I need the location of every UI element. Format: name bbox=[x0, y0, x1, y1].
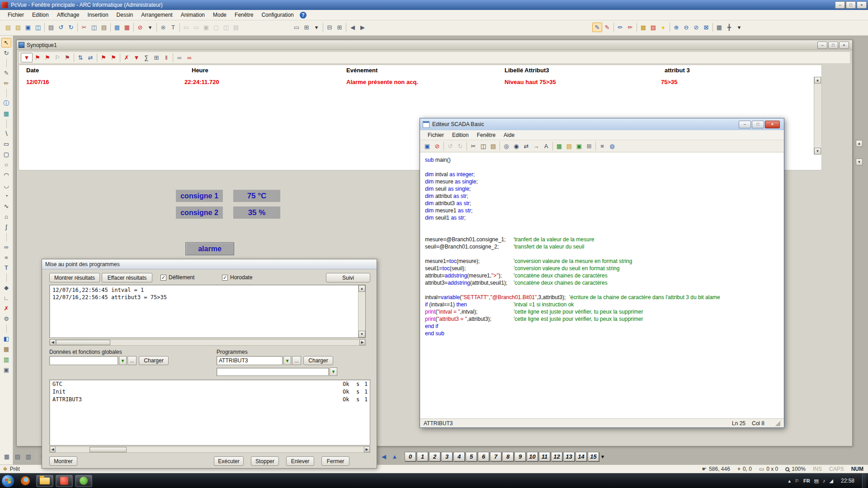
menu-fenêtre[interactable]: Fenêtre bbox=[231, 10, 257, 19]
bezier-icon[interactable]: ∫ bbox=[1, 222, 11, 232]
show-results-button[interactable]: Montrer résultats bbox=[49, 273, 100, 282]
rotate-icon[interactable]: ↻ bbox=[1, 48, 11, 58]
polygon-icon[interactable]: ⌂ bbox=[1, 212, 11, 221]
alarm-column-header[interactable]: Heure bbox=[192, 67, 208, 74]
mdi-scroll-down-icon[interactable]: ▼ bbox=[856, 159, 863, 165]
debug-dialog-titlebar[interactable]: Mise au point des programmes bbox=[42, 259, 377, 269]
pause-icon[interactable]: ‖ bbox=[161, 53, 171, 62]
pie-icon[interactable]: ◔ bbox=[1, 191, 11, 201]
assoc-window-button-14[interactable]: 14 bbox=[576, 452, 587, 461]
list-scroll-left-icon[interactable]: ◀ bbox=[50, 446, 56, 452]
clear-results-button[interactable]: Effacer résultats bbox=[102, 273, 152, 282]
menu-insertion[interactable]: Insertion bbox=[84, 10, 113, 19]
find-icon[interactable]: ◎ bbox=[501, 141, 511, 151]
language-indicator[interactable]: FR bbox=[803, 478, 810, 483]
synoptique-titlebar[interactable]: Synoptique1 – □ × bbox=[17, 40, 852, 50]
assoc-window-button-0[interactable]: 0 bbox=[405, 452, 416, 461]
menu-arrangement[interactable]: Arrangement bbox=[137, 10, 176, 19]
save-all-icon[interactable]: ◫ bbox=[33, 23, 43, 32]
show-button[interactable]: Montrer bbox=[49, 456, 77, 466]
program-input[interactable]: ATTRIBUT3 bbox=[217, 356, 283, 365]
grid-small-icon[interactable]: ▤ bbox=[13, 452, 23, 461]
assoc-window-button-6[interactable]: 6 bbox=[478, 452, 489, 461]
zoom-100-icon[interactable]: ⊠ bbox=[701, 23, 711, 32]
open-project-icon[interactable]: ▧ bbox=[13, 23, 23, 32]
mdi-scroll-up-icon[interactable]: ▲ bbox=[856, 140, 863, 147]
select-cursor-icon[interactable]: ↖ bbox=[1, 38, 11, 47]
close-button[interactable]: × bbox=[857, 1, 867, 9]
colors-icon[interactable]: ▨ bbox=[648, 23, 658, 32]
font-icon[interactable]: A bbox=[541, 141, 551, 151]
pan-up-icon[interactable]: ▲ bbox=[390, 452, 400, 461]
menu-mode[interactable]: Mode bbox=[209, 10, 231, 19]
list-hscroll-thumb[interactable] bbox=[90, 447, 127, 452]
program-list-hscrollbar[interactable]: ◀ ▶ bbox=[49, 446, 370, 453]
globals-browse-button[interactable]: ... bbox=[127, 356, 137, 365]
redo-icon[interactable]: ↻ bbox=[66, 23, 76, 32]
tree-icon[interactable]: ⊞ bbox=[335, 23, 344, 32]
editor-menu-fenêtre[interactable]: Fenêtre bbox=[473, 131, 500, 140]
program-list-row[interactable]: InitOks1 bbox=[50, 388, 370, 395]
workspace-icon[interactable]: ▦ bbox=[112, 23, 122, 32]
delete-icon[interactable]: ✗ bbox=[1, 304, 11, 313]
unack-icon[interactable]: ⚐ bbox=[52, 53, 62, 62]
close-dialog-button[interactable]: Fermer bbox=[321, 456, 349, 466]
list-scroll-right-icon[interactable]: ▶ bbox=[364, 446, 370, 452]
polyline-icon[interactable]: ∿ bbox=[1, 202, 11, 211]
menu-affichage[interactable]: Affichage bbox=[53, 10, 84, 19]
draw-pen-icon[interactable]: ✎ bbox=[592, 23, 602, 32]
gear-icon[interactable]: ⚙ bbox=[1, 314, 11, 324]
pan-left-icon[interactable]: ◀ bbox=[379, 452, 389, 461]
sum-icon[interactable]: ∑ bbox=[142, 53, 151, 62]
clock[interactable]: 22:58 bbox=[837, 478, 858, 484]
chord-icon[interactable]: ◡ bbox=[1, 181, 11, 190]
zoom-window-icon[interactable]: ⊘ bbox=[691, 23, 701, 32]
results-scroll-left-icon[interactable]: ◀ bbox=[50, 339, 56, 345]
code-area[interactable]: sub main()dim intval as integer;dim mesu… bbox=[420, 153, 783, 419]
brush-red-icon[interactable]: ✏ bbox=[625, 23, 635, 32]
replace-icon[interactable]: ⇄ bbox=[521, 141, 531, 151]
help-icon[interactable]: ? bbox=[300, 12, 307, 19]
editor-menu-aide[interactable]: Aide bbox=[500, 131, 519, 140]
undo-icon[interactable]: ↺ bbox=[56, 23, 66, 32]
volume-icon[interactable]: ♪ bbox=[823, 478, 826, 484]
taskbar-pcvue-icon[interactable] bbox=[56, 475, 73, 487]
assoc-window-button-11[interactable]: 11 bbox=[539, 452, 550, 461]
program2-input[interactable] bbox=[217, 368, 329, 376]
paste-icon[interactable]: ▤ bbox=[99, 23, 109, 32]
start-button[interactable] bbox=[1, 474, 14, 488]
assoc-window-button-9[interactable]: 9 bbox=[514, 452, 526, 461]
debug-results-area[interactable]: 12/07/16,22:56:45 intval = 112/07/16,22:… bbox=[49, 285, 366, 338]
assoc-dropdown-icon[interactable]: ▾ bbox=[600, 452, 605, 461]
menu-animation[interactable]: Animation bbox=[177, 10, 209, 19]
alarm-column-header[interactable]: attribut 3 bbox=[665, 67, 690, 74]
draw-pen-red-icon[interactable]: ✎ bbox=[602, 23, 612, 32]
paste-icon[interactable]: ▤ bbox=[488, 141, 498, 151]
ellipse-icon[interactable]: ○ bbox=[1, 160, 11, 169]
results-scroll-up-icon[interactable]: ▲ bbox=[359, 285, 365, 292]
ack-page-icon[interactable]: ⚑ bbox=[42, 53, 52, 62]
web-icon[interactable]: ◍ bbox=[607, 141, 617, 151]
text-tool-icon[interactable]: T bbox=[168, 23, 178, 32]
list-icon[interactable]: ≡ bbox=[597, 141, 607, 151]
palette-icon[interactable]: ▩ bbox=[638, 23, 648, 32]
find-next-icon[interactable]: ◉ bbox=[511, 141, 521, 151]
calendar-icon[interactable]: ▦ bbox=[1, 344, 11, 354]
nav-previous-icon[interactable]: ◀ bbox=[348, 23, 358, 32]
window-icon[interactable]: ▭ bbox=[292, 23, 302, 32]
dropper-icon[interactable]: ◆ bbox=[1, 283, 11, 292]
results-vscrollbar[interactable]: ▲ ▼ bbox=[358, 285, 365, 338]
pen-icon[interactable]: ✎ bbox=[1, 68, 11, 78]
roundrect-icon[interactable]: ▢ bbox=[1, 150, 11, 159]
stop-button[interactable]: Stopper bbox=[251, 456, 279, 466]
alarm-column-header[interactable]: Evénement bbox=[346, 67, 377, 74]
editor-titlebar[interactable]: Editeur SCADA Basic – □ × bbox=[420, 118, 784, 130]
program2-select-icon[interactable]: ▼ bbox=[330, 367, 337, 376]
minimize-button[interactable]: – bbox=[835, 1, 845, 9]
alarm-column-header[interactable]: Libellé Attribut3 bbox=[505, 67, 549, 74]
program-browse-button[interactable]: ... bbox=[292, 356, 301, 365]
save-icon[interactable]: ▣ bbox=[422, 141, 432, 151]
layers-icon[interactable]: ▦ bbox=[2, 452, 12, 461]
objects-icon[interactable]: ▣ bbox=[574, 141, 584, 151]
compile-icon[interactable]: ▦ bbox=[554, 141, 564, 151]
